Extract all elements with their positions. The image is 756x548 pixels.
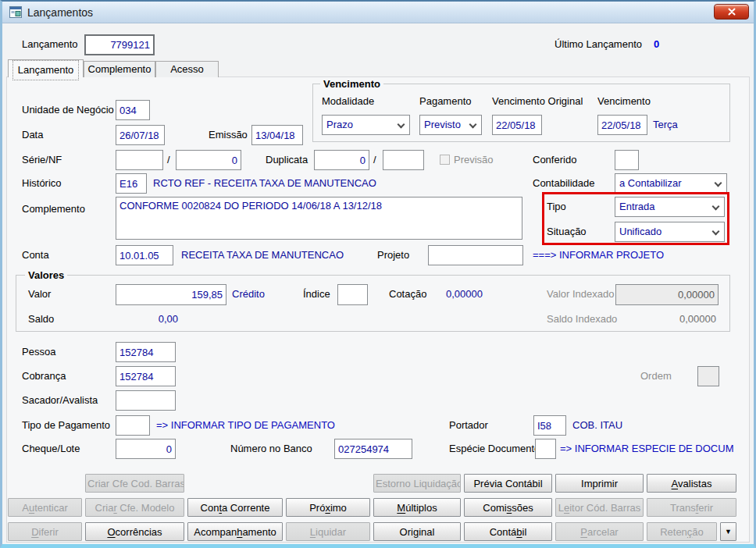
saldo-label: Saldo bbox=[28, 309, 54, 329]
multiplos-button[interactable]: Múltiplos bbox=[373, 498, 461, 517]
unidade-negocio-input[interactable] bbox=[116, 100, 150, 120]
modalidade-select[interactable]: Prazo bbox=[322, 115, 410, 135]
historico-label: Histórico bbox=[22, 173, 62, 194]
modalidade-label: Modalidade bbox=[322, 94, 374, 109]
tab-lancamento[interactable]: Lançamento bbox=[8, 59, 84, 77]
cheque-lote-input[interactable] bbox=[116, 439, 176, 459]
duplicata-input[interactable] bbox=[314, 150, 369, 170]
lancamentos-window: Lançamentos Lançamento Último Lançamento… bbox=[0, 0, 756, 548]
projeto-label: Projeto bbox=[377, 245, 409, 265]
complemento-label: Complemento bbox=[22, 199, 85, 219]
portador-description: COB. ITAU bbox=[572, 415, 622, 436]
titlebar[interactable]: Lançamentos bbox=[2, 2, 754, 23]
portador-label: Portador bbox=[449, 415, 488, 436]
leitor-cod-barras-button: Leitor Cód. Barras bbox=[555, 498, 644, 517]
numero-banco-input[interactable] bbox=[334, 439, 412, 459]
lancamento-label: Lançamento bbox=[22, 34, 78, 55]
previsao-label: Previsão bbox=[454, 150, 494, 170]
cobranca-input[interactable] bbox=[116, 366, 176, 386]
situacao-label: Situação bbox=[547, 222, 587, 242]
vencimento-original-input[interactable] bbox=[492, 115, 542, 135]
transferir-button: Transferir bbox=[647, 498, 736, 517]
conta-corrente-button[interactable]: Conta Corrente bbox=[187, 498, 283, 517]
pagamento-select[interactable]: Previsto bbox=[419, 115, 482, 135]
ocorrencias-button[interactable]: Ocorrências bbox=[85, 522, 184, 541]
especie-documento-input[interactable] bbox=[535, 439, 556, 459]
lancamento-number-input[interactable] bbox=[84, 34, 155, 55]
ordem-input bbox=[697, 366, 719, 386]
portador-input[interactable] bbox=[533, 415, 566, 436]
cheque-lote-label: Cheque/Lote bbox=[22, 439, 80, 459]
original-button[interactable]: Original bbox=[373, 522, 461, 541]
indice-input[interactable] bbox=[337, 284, 368, 305]
diferir-button: Diferir bbox=[8, 522, 82, 541]
vencimento-group-title: Vencimento bbox=[320, 78, 383, 90]
comissoes-button[interactable]: Comissões bbox=[464, 498, 552, 517]
nf-number-input[interactable] bbox=[176, 150, 241, 170]
duplicata-seq-input[interactable] bbox=[383, 150, 424, 170]
valor-input[interactable] bbox=[116, 284, 226, 305]
chevron-down-icon bbox=[469, 121, 477, 129]
projeto-input[interactable] bbox=[428, 245, 523, 265]
emissao-input[interactable] bbox=[251, 125, 303, 145]
autenticar-button: Autenticar bbox=[8, 498, 82, 517]
tab-complemento[interactable]: Complemento bbox=[84, 61, 155, 77]
especie-documento-label: Espécie Documento bbox=[449, 439, 540, 459]
more-actions-button[interactable]: ▼ bbox=[720, 522, 736, 541]
retencao-button: Retenção bbox=[647, 522, 717, 541]
unidade-negocio-label: Unidade de Negócio bbox=[22, 100, 114, 120]
especie-documento-hint: => INFORMAR ESPECIE DE DOCUM bbox=[560, 439, 733, 459]
saldo-indexado-label: Saldo Indexado bbox=[547, 309, 617, 329]
situacao-select[interactable]: Unificado bbox=[615, 222, 725, 242]
pessoa-input[interactable] bbox=[116, 342, 176, 362]
tipo-label: Tipo bbox=[547, 197, 566, 217]
conta-label: Conta bbox=[22, 245, 49, 265]
criar-cfe-cod-barras-button: Criar Cfe Cod. Barras bbox=[85, 474, 184, 493]
conta-code-input[interactable] bbox=[116, 245, 173, 265]
tipo-select[interactable]: Entrada bbox=[615, 197, 725, 217]
projeto-hint: ===> INFORMAR PROJETO bbox=[533, 245, 664, 265]
duplicata-label: Duplicata bbox=[266, 150, 308, 170]
vencimento-input[interactable] bbox=[597, 115, 647, 135]
close-button[interactable] bbox=[714, 4, 749, 20]
valor-indexado-input bbox=[615, 284, 719, 305]
ultimo-lancamento-value: 0 bbox=[654, 34, 659, 55]
data-input[interactable] bbox=[116, 125, 165, 145]
cotacao-value: 0,00000 bbox=[422, 284, 483, 304]
saldo-indexado-value: 0,00000 bbox=[656, 309, 716, 329]
acompanhamento-button[interactable]: Acompanhamento bbox=[187, 522, 283, 541]
conferido-input[interactable] bbox=[615, 150, 639, 170]
previa-contabil-button[interactable]: Prévia Contábil bbox=[464, 474, 552, 493]
emissao-label: Emissão bbox=[209, 125, 248, 145]
conferido-label: Conferido bbox=[533, 150, 576, 170]
action-buttons: Criar Cfe Cod. BarrasEstorno LiquidaçãoP… bbox=[8, 474, 739, 541]
avalistas-button[interactable]: Avalistas bbox=[647, 474, 736, 493]
duplicata-separator: / bbox=[373, 150, 376, 170]
contabil-button[interactable]: Contábil bbox=[464, 522, 552, 541]
historico-code-input[interactable] bbox=[116, 173, 147, 194]
sacador-avalista-label: Sacador/Avalista bbox=[22, 390, 98, 411]
liquidar-button: Liquidar bbox=[286, 522, 370, 541]
proximo-button[interactable]: Próximo bbox=[286, 498, 370, 517]
vencimento-weekday: Terça bbox=[653, 115, 678, 135]
valor-indexado-label: Valor Indexado bbox=[547, 284, 615, 304]
sacador-avalista-input[interactable] bbox=[116, 390, 176, 411]
chevron-down-icon bbox=[712, 203, 720, 211]
contabilidade-label: Contabilidade bbox=[533, 173, 595, 194]
serie-nf-input[interactable] bbox=[116, 150, 163, 170]
imprimir-button[interactable]: Imprimir bbox=[555, 474, 644, 493]
cobranca-label: Cobrança bbox=[22, 366, 66, 386]
complemento-textarea[interactable]: CONFORME 0020824 DO PERIODO 14/06/18 A 1… bbox=[116, 197, 522, 240]
chevron-down-icon bbox=[715, 180, 722, 187]
ultimo-lancamento-label: Último Lançamento bbox=[555, 34, 642, 55]
data-label: Data bbox=[22, 125, 43, 145]
chevron-down-icon bbox=[398, 121, 405, 129]
valores-group-title: Valores bbox=[25, 269, 67, 281]
criar-cfe-modelo-button: Criar Cfe. Modelo bbox=[85, 498, 184, 517]
contabilidade-select[interactable]: a Contabilizar bbox=[615, 173, 727, 194]
serie-nf-label: Série/NF bbox=[22, 150, 62, 170]
tipo-pagamento-input[interactable] bbox=[116, 415, 150, 436]
window-title: Lançamentos bbox=[27, 2, 93, 23]
tab-acesso[interactable]: Acesso bbox=[155, 61, 219, 77]
chevron-down-icon bbox=[712, 228, 720, 236]
